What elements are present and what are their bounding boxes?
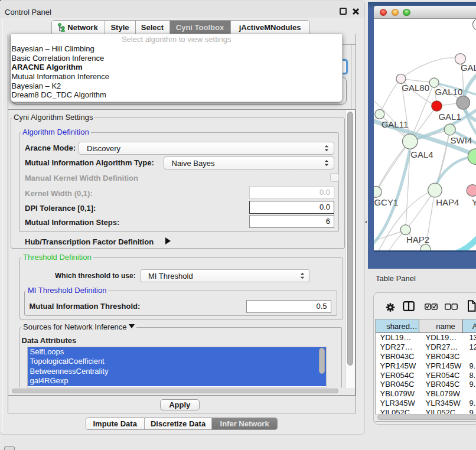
svg-text:GAL80: GAL80 [402,83,429,93]
svg-text:GAL10: GAL10 [435,87,462,97]
svg-text:GAL2: GAL2 [460,63,476,73]
svg-text:GAL11: GAL11 [381,119,408,129]
svg-text:HAP4: HAP4 [436,197,459,207]
svg-text:GAL4: GAL4 [410,149,433,159]
svg-text:YB: YB [471,197,476,207]
svg-text:GAL1: GAL1 [438,112,461,122]
svg-text:SWI4: SWI4 [450,135,472,145]
svg-text:GCY1: GCY1 [374,197,398,207]
svg-text:HAP2: HAP2 [406,234,429,244]
